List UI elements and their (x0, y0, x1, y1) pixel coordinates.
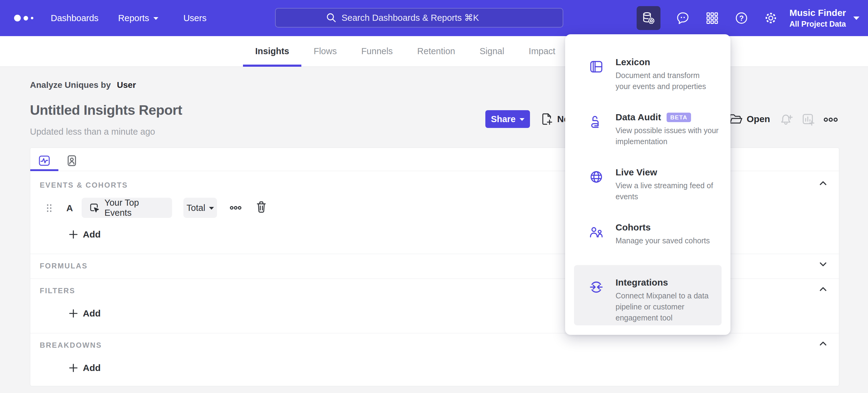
profile-card-icon (66, 155, 78, 167)
chevron-down-icon (153, 17, 158, 20)
delete-row-button[interactable] (255, 200, 267, 214)
top-nav-right: ? Music Finder All Project Data (637, 0, 860, 36)
formulas-expand-button[interactable] (818, 259, 828, 269)
menu-item-desc: View a live streaming feed of events (616, 180, 722, 202)
menu-item-text: Data Audit BETA View possible issues wit… (616, 112, 722, 147)
row-more-button[interactable] (229, 202, 242, 213)
profiles-tab[interactable] (66, 155, 78, 167)
tab-impact-label: Impact (529, 46, 555, 56)
lexicon-book-icon (589, 59, 603, 74)
menu-item-text: Integrations Connect Mixpanel to a data … (616, 277, 722, 323)
project-selector[interactable]: Music Finder All Project Data (789, 8, 846, 28)
plus-icon (69, 309, 78, 318)
data-management-icon (641, 11, 656, 25)
menu-item-lexicon[interactable]: Lexicon Document and transform your even… (574, 45, 722, 100)
menu-item-text: Cohorts Manage your saved cohorts (616, 222, 722, 246)
mixpanel-app: Dashboards Reports Users (0, 0, 868, 393)
menu-item-title: Cohorts (616, 222, 651, 233)
tab-flows-label: Flows (314, 46, 337, 56)
ellipsis-icon (824, 113, 838, 127)
menu-item-text: Live View View a live streaming feed of … (616, 167, 722, 202)
cohorts-people-icon (589, 225, 603, 240)
menu-item-title: Lexicon (616, 57, 650, 67)
share-chevron-down-icon (520, 118, 524, 121)
add-filter-button[interactable]: Add (69, 308, 100, 319)
global-search[interactable] (275, 8, 563, 28)
project-name: Music Finder (789, 8, 846, 18)
menu-item-live-view[interactable]: Live View View a live streaming feed of … (574, 155, 722, 210)
tab-flows[interactable]: Flows (301, 36, 349, 67)
menu-item-integrations[interactable]: Integrations Connect Mixpanel to a data … (574, 265, 722, 325)
top-nav-left: Dashboards Reports Users (0, 0, 207, 36)
share-button[interactable]: Share (485, 110, 530, 128)
menu-item-title: Integrations (616, 277, 668, 288)
add-breakdown-label: Add (83, 363, 100, 373)
settings-button[interactable] (764, 11, 778, 25)
menu-item-cohorts[interactable]: Cohorts Manage your saved cohorts (574, 210, 722, 265)
svg-text:?: ? (739, 14, 744, 22)
new-document-icon (540, 112, 553, 126)
add-alert-button[interactable] (779, 113, 794, 127)
open-report-button[interactable]: Open (728, 112, 770, 126)
add-to-dashboard-button[interactable] (801, 113, 815, 127)
nav-item-dashboards-label: Dashboards (51, 13, 98, 23)
events-tab[interactable] (38, 155, 51, 167)
event-chip-label: Your Top Events (104, 198, 165, 218)
tab-signal-label: Signal (479, 46, 504, 56)
add-event-button[interactable]: Add (69, 229, 100, 240)
measure-chip-label: Total (186, 203, 205, 213)
menu-item-title: Data Audit (616, 112, 661, 122)
menu-item-text: Lexicon Document and transform your even… (616, 57, 722, 92)
analyze-label: Analyze Uniques by (30, 80, 111, 90)
chevron-up-icon (818, 178, 828, 188)
formulas-header: FORMULAS (40, 262, 88, 270)
analyze-entity-selector[interactable]: User (117, 80, 136, 90)
series-letter: A (66, 203, 73, 213)
bell-plus-icon (779, 113, 794, 127)
help-button[interactable]: ? (735, 11, 748, 25)
feedback-button[interactable] (676, 11, 690, 25)
search-icon (326, 12, 337, 23)
share-button-label: Share (491, 114, 516, 124)
project-chevron-down-icon[interactable] (853, 17, 860, 20)
tab-insights-label: Insights (255, 46, 289, 56)
integrations-sync-icon (589, 280, 603, 294)
mixpanel-logo-icon[interactable] (14, 15, 33, 22)
menu-item-data-audit[interactable]: Data Audit BETA View possible issues wit… (574, 100, 722, 155)
tab-impact[interactable]: Impact (517, 36, 567, 67)
event-selector-chip[interactable]: Your Top Events (82, 198, 172, 218)
open-folder-icon (728, 112, 743, 126)
breakdowns-header: BREAKDOWNS (40, 341, 102, 349)
filters-collapse-button[interactable] (818, 284, 828, 294)
data-audit-lock-icon (589, 114, 603, 129)
nav-item-users[interactable]: Users (183, 13, 207, 23)
nav-item-dashboards[interactable]: Dashboards (51, 13, 98, 23)
chevron-down-icon (818, 259, 828, 269)
nav-item-reports[interactable]: Reports (118, 13, 158, 23)
measure-selector-chip[interactable]: Total (183, 198, 217, 218)
open-button-label: Open (747, 114, 770, 124)
active-tab-underline (30, 169, 58, 171)
ellipsis-icon (229, 202, 242, 213)
report-type-nav: Insights Flows Funnels Retention Signal … (0, 36, 868, 67)
add-breakdown-button[interactable]: Add (69, 363, 100, 373)
breakdowns-collapse-button[interactable] (818, 339, 828, 348)
analyze-breadcrumb: Analyze Uniques byUser (30, 80, 136, 90)
events-cohorts-header: EVENTS & COHORTS (40, 181, 128, 190)
tab-retention[interactable]: Retention (405, 36, 467, 67)
top-nav: Dashboards Reports Users (0, 0, 868, 36)
feedback-bubble-icon (676, 11, 690, 25)
tab-insights[interactable]: Insights (243, 36, 301, 67)
events-collapse-button[interactable] (818, 178, 828, 188)
data-management-button[interactable] (637, 6, 660, 30)
drag-handle[interactable] (46, 204, 52, 213)
search-input[interactable] (342, 13, 513, 23)
menu-item-desc: Document and transform your events and p… (616, 70, 722, 92)
tab-signal[interactable]: Signal (467, 36, 517, 67)
help-icon: ? (735, 11, 748, 25)
trash-icon (255, 200, 267, 214)
tab-retention-label: Retention (417, 46, 455, 56)
tab-funnels[interactable]: Funnels (349, 36, 405, 67)
apps-grid-button[interactable] (705, 11, 719, 25)
more-actions-button[interactable] (824, 113, 837, 127)
